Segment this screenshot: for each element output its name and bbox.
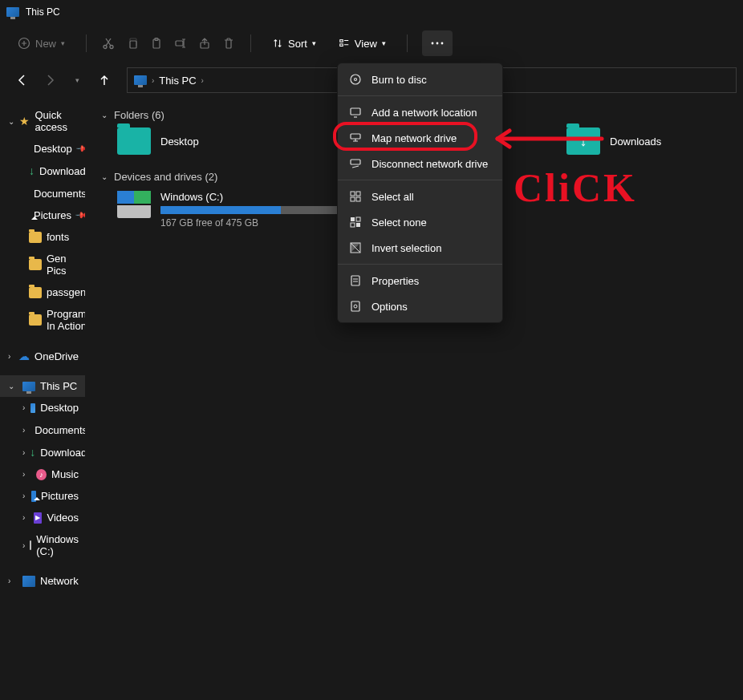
- forward-button[interactable]: [39, 69, 61, 91]
- chevron-right-icon: ›: [22, 403, 26, 412]
- sidebar-item-fonts[interactable]: fonts: [0, 226, 85, 248]
- sidebar-pc-music[interactable]: ›♪Music: [0, 463, 85, 485]
- svg-rect-9: [340, 44, 343, 47]
- svg-rect-25: [356, 223, 360, 227]
- svg-point-13: [351, 75, 360, 84]
- desktop-icon: [30, 403, 35, 413]
- star-icon: ★: [19, 115, 30, 127]
- svg-rect-20: [351, 197, 355, 201]
- folder-icon: ↓: [566, 127, 600, 155]
- ctx-burn-to-disc[interactable]: Burn to disc: [338, 67, 502, 92]
- sidebar-pc-pictures[interactable]: ›Pictures: [0, 485, 85, 507]
- sort-button[interactable]: Sort ▾: [266, 33, 323, 55]
- copy-button[interactable]: [125, 36, 140, 51]
- ctx-add-network-location[interactable]: Add a network location: [338, 99, 502, 125]
- chevron-right-icon: ›: [8, 352, 14, 361]
- recent-button[interactable]: ▾: [66, 69, 88, 91]
- svg-rect-27: [351, 276, 359, 285]
- sidebar-item-downloads[interactable]: ↓Downloads📌: [0, 160, 85, 182]
- select-none-icon: [349, 216, 362, 229]
- drive-icon: [30, 540, 31, 550]
- disc-icon: [349, 73, 362, 86]
- sidebar-onedrive[interactable]: ›☁OneDrive: [0, 345, 85, 367]
- folder-desktop[interactable]: Desktop: [117, 127, 278, 155]
- sidebar-item-desktop[interactable]: Desktop📌: [0, 138, 85, 160]
- view-button[interactable]: View ▾: [332, 33, 392, 55]
- chevron-right-icon: ›: [22, 448, 25, 457]
- ctx-select-none[interactable]: Select none: [338, 209, 502, 235]
- sidebar-item-documents[interactable]: Documents📌: [0, 182, 85, 204]
- chevron-down-icon: ⌄: [101, 172, 108, 181]
- chevron-right-icon: ›: [22, 492, 26, 500]
- svg-rect-8: [340, 40, 343, 42]
- sidebar-pc-downloads[interactable]: ›↓Downloads: [0, 441, 85, 463]
- sidebar-this-pc[interactable]: ⌄This PC: [0, 375, 85, 397]
- chevron-down-icon: ⌄: [101, 111, 108, 119]
- chevron-down-icon: ⌄: [8, 117, 14, 126]
- monitor-icon: [349, 106, 362, 119]
- svg-rect-19: [356, 192, 360, 196]
- folder-icon: [29, 259, 42, 270]
- folder-icon: [117, 127, 151, 155]
- ctx-map-network-drive[interactable]: Map network drive: [338, 125, 502, 151]
- ctx-properties[interactable]: Properties: [338, 268, 502, 293]
- sidebar-network[interactable]: ›Network: [0, 570, 85, 592]
- options-icon: [349, 300, 362, 313]
- svg-point-2: [110, 46, 113, 49]
- ellipsis-icon: [431, 42, 444, 45]
- delete-button[interactable]: [221, 36, 236, 51]
- sidebar-item-passgen[interactable]: passgen: [0, 281, 85, 303]
- plus-circle-icon: [18, 37, 30, 50]
- sidebar-pc-desktop[interactable]: ›Desktop: [0, 397, 85, 419]
- video-icon: ▶: [34, 512, 43, 524]
- back-button[interactable]: [11, 69, 34, 91]
- sidebar-pc-documents[interactable]: ›Documents: [0, 419, 85, 441]
- sidebar-item-gen-pics[interactable]: Gen Pics: [0, 248, 85, 281]
- svg-rect-17: [351, 160, 360, 164]
- chevron-right-icon: ›: [22, 513, 29, 522]
- ctx-invert-selection[interactable]: Invert selection: [338, 235, 502, 261]
- toolbar: New ▾ Sort ▾ View ▾: [0, 24, 743, 63]
- pin-icon: 📌: [74, 208, 85, 223]
- window-title: This PC: [26, 6, 60, 18]
- svg-rect-16: [351, 134, 360, 139]
- ctx-options[interactable]: Options: [338, 293, 502, 319]
- svg-rect-6: [176, 41, 183, 46]
- share-button[interactable]: [197, 36, 212, 51]
- svg-rect-23: [356, 217, 360, 221]
- sidebar-item-pictures[interactable]: Pictures📌: [0, 204, 85, 226]
- chevron-right-icon: ›: [8, 577, 18, 585]
- cut-button[interactable]: [101, 36, 116, 51]
- invert-icon: [349, 241, 362, 254]
- svg-point-11: [436, 42, 438, 45]
- svg-rect-28: [351, 301, 359, 311]
- folder-downloads[interactable]: ↓ Downloads: [566, 127, 727, 155]
- select-all-icon: [349, 190, 362, 203]
- rename-button[interactable]: [173, 36, 188, 51]
- drive-network-icon: [349, 132, 362, 144]
- sidebar-pc-windows-c[interactable]: ›Windows (C:): [0, 528, 85, 562]
- ctx-disconnect-network-drive[interactable]: Disconnect network drive: [338, 151, 502, 176]
- sidebar-pc-videos[interactable]: ›▶Videos: [0, 507, 85, 528]
- svg-point-1: [104, 46, 107, 49]
- chevron-right-icon: ›: [201, 76, 204, 85]
- svg-rect-15: [351, 108, 360, 115]
- svg-rect-22: [351, 217, 355, 221]
- address-location: This PC: [159, 75, 196, 87]
- folder-icon: [29, 232, 42, 243]
- pc-icon: [22, 382, 35, 391]
- paste-button[interactable]: [149, 36, 164, 51]
- more-button[interactable]: [422, 30, 453, 56]
- music-icon: ♪: [36, 469, 47, 480]
- new-button[interactable]: New ▾: [11, 32, 71, 55]
- ctx-select-all[interactable]: Select all: [338, 184, 502, 209]
- chevron-down-icon: ⌄: [8, 382, 18, 390]
- up-button[interactable]: [93, 69, 116, 91]
- sidebar-quick-access[interactable]: ⌄ ★ Quick access: [0, 104, 85, 138]
- sidebar-item-program-in-action[interactable]: Program In Action: [0, 303, 85, 337]
- svg-point-14: [355, 79, 357, 81]
- download-icon: ↓: [29, 164, 35, 177]
- chevron-down-icon: ▾: [312, 39, 316, 47]
- cloud-icon: ☁: [18, 350, 30, 362]
- svg-rect-18: [351, 192, 355, 196]
